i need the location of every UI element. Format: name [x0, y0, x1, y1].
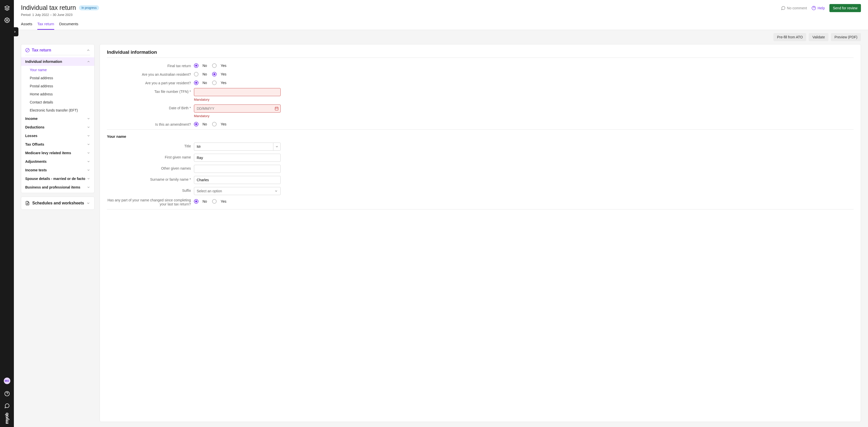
svg-line-7	[26, 49, 29, 52]
title-select[interactable]: Mr	[194, 143, 273, 151]
no-comment-button[interactable]: No comment	[781, 6, 807, 10]
svg-point-1	[6, 20, 8, 21]
label-first-name: First given name	[107, 154, 194, 159]
calendar-icon[interactable]	[275, 107, 279, 111]
label-final-tax-return: Final tax return	[107, 62, 194, 68]
radio-namechanged-yes[interactable]	[212, 199, 217, 204]
expand-sidebar-icon[interactable]	[11, 27, 19, 36]
label-suffix: Suffix	[107, 187, 194, 193]
tfn-input[interactable]	[194, 88, 281, 96]
comment-icon	[781, 6, 785, 10]
tabs: Assets Tax return Documents	[21, 22, 861, 30]
nav-section-individual-information[interactable]: Individual information	[21, 57, 94, 66]
tab-documents[interactable]: Documents	[59, 22, 79, 30]
label-surname: Surname or family name *	[107, 176, 194, 181]
side-nav: Tax return Individual information Your n…	[21, 44, 95, 422]
subheading-your-name: Your name	[107, 134, 854, 139]
help-icon	[811, 6, 816, 10]
nav-section-medicare[interactable]: Medicare levy related items	[21, 149, 94, 157]
prefill-button[interactable]: Pre-fill from ATO	[773, 33, 806, 41]
preview-button[interactable]: Preview (PDF)	[831, 33, 861, 41]
nav-section-losses[interactable]: Losses	[21, 132, 94, 140]
other-names-input[interactable]	[194, 165, 281, 173]
svg-rect-10	[275, 107, 278, 110]
nav-item-contact-details[interactable]: Contact details	[21, 98, 94, 106]
period-label: Period: 1 July 2022 – 30 June 2023	[21, 13, 99, 17]
help-circle-icon[interactable]	[2, 389, 12, 399]
nav-item-eft[interactable]: Electronic funds transfer (EFT)	[21, 106, 94, 114]
nav-section-adjustments[interactable]: Adjustments	[21, 157, 94, 166]
layers-icon[interactable]	[2, 3, 12, 13]
chat-icon[interactable]	[2, 401, 12, 411]
nav-tax-return-header[interactable]: Tax return	[21, 45, 94, 55]
chevron-down-icon	[87, 177, 90, 180]
chevron-down-icon	[274, 189, 278, 193]
nav-section-deductions[interactable]: Deductions	[21, 123, 94, 132]
status-badge: In progress	[79, 5, 99, 10]
dob-input[interactable]	[194, 105, 281, 113]
chevron-down-icon	[87, 186, 90, 189]
surname-input[interactable]	[194, 176, 281, 184]
avatar[interactable]: MO	[4, 377, 10, 384]
toolbar: Pre-fill from ATO Validate Preview (PDF)	[14, 30, 868, 44]
label-amendment: Is this an amendment?	[107, 121, 194, 126]
chevron-down-icon	[87, 134, 90, 138]
nav-item-postal-address-2[interactable]: Postal address	[21, 82, 94, 90]
form-area: Individual information Final tax return …	[100, 44, 861, 422]
send-for-review-button[interactable]: Send for review	[829, 4, 861, 12]
chevron-down-icon	[87, 168, 90, 172]
label-other-names: Other given names	[107, 165, 194, 170]
nav-item-home-address[interactable]: Home address	[21, 90, 94, 98]
tab-assets[interactable]: Assets	[21, 22, 32, 30]
document-icon	[25, 201, 30, 205]
radio-amend-yes[interactable]	[212, 122, 217, 126]
first-name-input[interactable]	[194, 154, 281, 162]
tfn-error: Mandatory	[194, 98, 281, 102]
label-title: Title	[107, 143, 194, 148]
svg-marker-0	[4, 6, 9, 8]
radio-partyear-no[interactable]	[194, 81, 198, 85]
form-heading: Individual information	[107, 50, 854, 55]
nav-section-tax-offsets[interactable]: Tax Offsets	[21, 140, 94, 149]
gear-icon[interactable]	[2, 15, 12, 25]
chevron-down-icon	[87, 143, 90, 146]
page-title: Individual tax return	[21, 4, 76, 11]
radio-final-yes[interactable]	[212, 63, 217, 68]
nav-item-postal-address-1[interactable]: Postal address	[21, 74, 94, 82]
radio-resident-no[interactable]	[194, 72, 198, 77]
label-dob: Date of Birth *	[107, 105, 194, 110]
suffix-select[interactable]: Select an option	[194, 187, 281, 195]
label-part-year: Are you a part-year resident?	[107, 80, 194, 85]
validate-button[interactable]: Validate	[809, 33, 829, 41]
radio-partyear-yes[interactable]	[212, 81, 217, 85]
chevron-down-icon	[87, 151, 90, 155]
title-select-chevron[interactable]	[273, 143, 281, 151]
radio-resident-yes[interactable]	[212, 72, 217, 77]
block-icon	[25, 48, 30, 53]
chevron-down-icon	[87, 160, 90, 163]
page-header: Individual tax return In progress Period…	[14, 0, 868, 30]
nav-schedules[interactable]: Schedules and worksheets	[21, 197, 94, 209]
dob-error: Mandatory	[194, 114, 281, 118]
nav-section-business[interactable]: Business and professional items	[21, 183, 94, 193]
tab-tax-return[interactable]: Tax return	[37, 22, 54, 30]
radio-final-no[interactable]	[194, 63, 198, 68]
myob-logo: myob	[4, 413, 9, 424]
help-button[interactable]: Help	[811, 6, 825, 10]
nav-section-income[interactable]: Income	[21, 114, 94, 123]
app-rail: MO myob	[0, 0, 14, 427]
radio-namechanged-no[interactable]	[194, 199, 198, 204]
label-tfn: Tax file number (TFN) *	[107, 88, 194, 94]
chevron-up-icon	[86, 48, 90, 52]
radio-amend-no[interactable]	[194, 122, 198, 126]
nav-section-income-tests[interactable]: Income tests	[21, 166, 94, 174]
nav-item-your-name[interactable]: Your name	[21, 66, 94, 74]
chevron-up-icon	[87, 60, 90, 63]
chevron-down-icon	[86, 201, 90, 205]
label-name-changed: Has any part of your name changed since …	[107, 198, 194, 206]
nav-section-spouse[interactable]: Spouse details - married or de facto	[21, 174, 94, 183]
label-aus-resident: Are you an Australian resident?	[107, 71, 194, 77]
chevron-down-icon	[87, 125, 90, 129]
chevron-down-icon	[87, 117, 90, 120]
